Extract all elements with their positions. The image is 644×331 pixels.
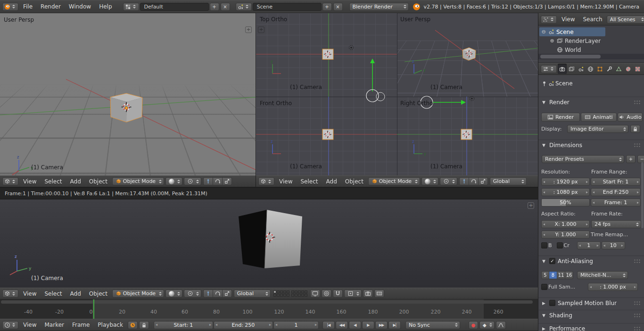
timeline-scrollbar[interactable] — [1, 300, 533, 304]
menu-view[interactable]: View — [19, 176, 40, 187]
end-frame-field[interactable]: ◂End F:250▸ — [591, 188, 641, 196]
jump-to-start-button[interactable]: |◀ — [322, 321, 335, 329]
full-sample-checkbox[interactable] — [541, 284, 547, 290]
disclosure-icon[interactable]: ⊖ — [541, 29, 546, 35]
render-audio-button[interactable]: Audio — [618, 113, 643, 122]
motion-blur-checkbox[interactable] — [549, 300, 555, 306]
tab-scene[interactable] — [577, 64, 586, 74]
editor-type-button[interactable] — [541, 65, 557, 73]
use-preview-range-button[interactable] — [128, 321, 138, 329]
editor-type-button[interactable] — [541, 16, 557, 24]
mode-dropdown[interactable]: Object Mode — [112, 177, 164, 185]
start-frame-field[interactable]: ◂Start Fr: 1▸ — [591, 178, 641, 186]
insert-keyframe-button[interactable] — [496, 321, 506, 329]
viewport-camera[interactable]: z y (1) Camera + — [0, 199, 538, 288]
layers-grid-1[interactable] — [273, 290, 289, 297]
resolution-y-field[interactable]: ◂: 1080 px▸ — [541, 188, 590, 196]
tab-world[interactable] — [586, 64, 595, 74]
outliner-item-world[interactable]: World — [548, 45, 643, 53]
pivot-point-dropdown[interactable] — [440, 177, 457, 185]
sync-mode-dropdown[interactable]: No Sync — [405, 321, 460, 329]
panel-header-shading[interactable]: ▼ Shading — [538, 310, 644, 320]
menu-file[interactable]: File — [19, 1, 36, 12]
outliner-scrollbar[interactable] — [540, 55, 601, 58]
menu-add[interactable]: Add — [66, 288, 85, 299]
tab-modifiers[interactable] — [605, 64, 614, 74]
border-checkbox[interactable] — [541, 242, 547, 248]
panel-header-anti-aliasing[interactable]: ▼ ✓ Anti-Aliasing — [538, 256, 644, 266]
render-engine-dropdown[interactable]: Blender Render — [349, 3, 409, 11]
aa-pixel-size-field[interactable]: ◂: 1.000 px▸ — [588, 283, 638, 291]
outliner-item-renderlayer[interactable]: ⊕ RenderLayer — [548, 36, 643, 45]
render-animation-button[interactable]: Animati — [581, 113, 617, 122]
tab-material[interactable] — [624, 64, 633, 74]
viewport-shading-dropdown[interactable] — [421, 177, 438, 185]
editor-type-button[interactable] — [2, 321, 18, 329]
panel-header-performance[interactable]: ▶ Performance — [538, 323, 644, 331]
disclosure-icon[interactable]: ⊕ — [549, 38, 555, 44]
translate-manipulator-button[interactable] — [203, 290, 213, 298]
current-frame-field[interactable]: ◂Frame: 1▸ — [591, 199, 641, 207]
menu-view[interactable]: View — [558, 14, 578, 25]
timeline-canvas[interactable]: -40 -20 0 20 40 60 80 100 120 140 160 18… — [0, 299, 538, 319]
rotate-manipulator-button[interactable] — [469, 177, 479, 185]
menu-view[interactable]: View — [19, 319, 40, 331]
pivot-point-dropdown[interactable] — [184, 177, 201, 185]
menu-playback[interactable]: Playback — [94, 319, 127, 331]
snap-toggle-button[interactable] — [333, 290, 343, 298]
menu-view[interactable]: View — [275, 176, 296, 187]
layers-grid-2[interactable] — [291, 290, 307, 297]
lock-time-button[interactable] — [139, 321, 149, 329]
add-scene-button[interactable]: + — [322, 3, 332, 11]
menu-help[interactable]: Help — [95, 1, 116, 12]
scale-manipulator-button[interactable] — [223, 290, 232, 298]
panel-drag-dots[interactable] — [634, 100, 641, 104]
panel-drag-dots[interactable] — [634, 301, 641, 305]
opengl-render-anim-button[interactable] — [374, 290, 384, 298]
aspect-x-field[interactable]: ◂X: 1.000▸ — [541, 220, 590, 228]
tab-render[interactable] — [558, 64, 567, 74]
scale-manipulator-button[interactable] — [223, 177, 232, 185]
menu-frame[interactable]: Frame — [68, 319, 93, 331]
auto-keyframe-button[interactable]: ● — [469, 321, 478, 329]
tab-object[interactable] — [595, 64, 604, 74]
editor-type-button[interactable] — [258, 177, 274, 185]
menu-object[interactable]: Object — [341, 176, 367, 187]
tab-object-data[interactable] — [614, 64, 623, 74]
menu-marker[interactable]: Marker — [41, 319, 67, 331]
tab-texture[interactable] — [633, 64, 642, 74]
keying-set-dropdown[interactable]: ◆ — [479, 321, 495, 329]
panel-drag-dots[interactable] — [634, 259, 641, 263]
rotate-manipulator-button[interactable] — [213, 290, 223, 298]
screen-layout-browse-button[interactable] — [123, 3, 139, 11]
previous-keyframe-button[interactable]: ◀◀ — [336, 321, 348, 329]
menu-window[interactable]: Window — [65, 1, 95, 12]
add-preset-button[interactable]: + — [626, 155, 636, 163]
editor-type-button[interactable] — [2, 177, 18, 185]
render-presets-dropdown[interactable]: Render Presets — [542, 155, 624, 163]
panel-drag-dots[interactable] — [634, 143, 641, 147]
menu-add[interactable]: Add — [66, 176, 85, 187]
display-lock-button[interactable] — [630, 125, 640, 133]
add-screen-button[interactable]: + — [210, 3, 219, 11]
scene-browse-button[interactable] — [236, 3, 252, 11]
lock-to-scene-button[interactable] — [310, 290, 320, 298]
play-reverse-button[interactable]: ◀ — [349, 321, 361, 329]
crop-checkbox[interactable] — [557, 242, 563, 248]
viewport-shading-dropdown[interactable] — [165, 290, 182, 298]
properties-scrollbar[interactable] — [641, 162, 644, 228]
editor-type-button[interactable] — [2, 290, 18, 298]
current-frame-field[interactable]: ◂ 1 ▸ — [273, 321, 319, 329]
panel-header-motion-blur[interactable]: ▶ Sampled Motion Blur — [538, 298, 644, 308]
mode-dropdown[interactable]: Object Mode — [368, 177, 420, 185]
menu-select[interactable]: Select — [41, 288, 66, 299]
resolution-x-field[interactable]: ◂: 1920 px▸ — [541, 178, 590, 186]
toolshelf-expand-icon[interactable]: + — [245, 26, 252, 33]
aa-samples-8-button[interactable]: 8 — [549, 271, 557, 279]
play-button[interactable]: ▶ — [362, 321, 374, 329]
viewport-shading-dropdown[interactable] — [165, 177, 182, 185]
translate-manipulator-button[interactable] — [203, 177, 213, 185]
scale-manipulator-button[interactable] — [479, 177, 488, 185]
mode-dropdown[interactable]: Object Mode — [112, 290, 164, 298]
aspect-y-field[interactable]: ◂Y: 1.000▸ — [541, 231, 590, 239]
